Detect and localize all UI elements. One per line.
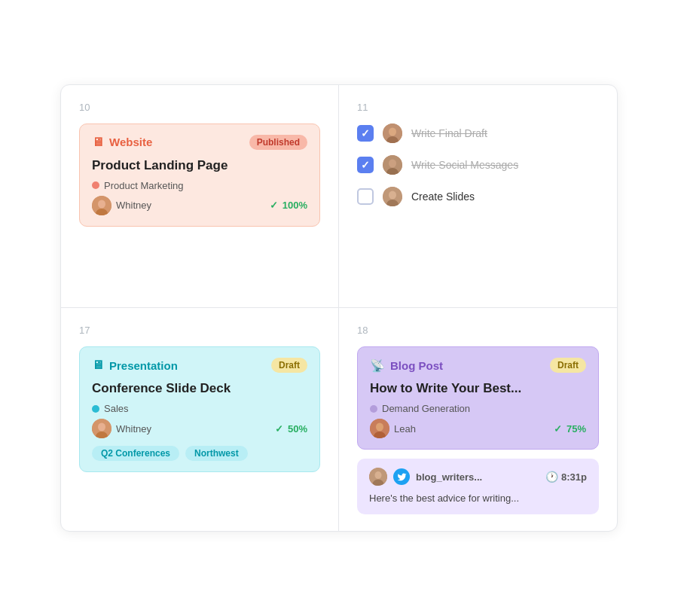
website-card[interactable]: 🖥 Website Published Product Landing Page… (79, 124, 320, 227)
presentation-card-title: Conference Slide Deck (92, 380, 307, 397)
leah-avatar (370, 419, 389, 438)
presentation-footer: Whitney ✓ 50% (92, 419, 307, 438)
blog-progress: ✓ 75% (554, 423, 586, 435)
twitter-bird-icon (393, 468, 410, 485)
website-progress: ✓ 100% (270, 200, 307, 211)
avatar-1 (383, 124, 402, 143)
whitney-avatar (92, 196, 111, 215)
twitter-handle: blog_writers... (416, 471, 482, 483)
checklist-label-3: Create Slides (411, 191, 475, 203)
cell-number-10: 10 (79, 102, 320, 113)
check-mark-2: ✓ (361, 159, 370, 171)
twitter-avatar (369, 468, 387, 486)
presentation-card[interactable]: 🖥 Presentation Draft Conference Slide De… (79, 346, 320, 472)
checklist: ✓ Write Final Draft ✓ Write Social Messa… (357, 124, 599, 206)
blog-footer: Leah ✓ 75% (370, 419, 586, 438)
checklist-item-3: Create Slides (357, 187, 599, 206)
published-badge: Published (249, 135, 307, 150)
cell-17: 17 🖥 Presentation Draft Conference Slide… (61, 308, 339, 531)
cell-number-17: 17 (79, 325, 320, 336)
main-grid: 10 🖥 Website Published Product Landing P… (60, 84, 618, 532)
card-header-blog: 📡 Blog Post Draft (370, 358, 586, 373)
check-mark-1: ✓ (361, 127, 370, 139)
twitter-text: Here's the best advice for writing... (369, 492, 587, 505)
presentation-tags: Q2 Conferences Northwest (92, 446, 307, 461)
checkbox-1[interactable]: ✓ (357, 125, 374, 142)
website-card-title: Product Landing Page (92, 157, 307, 174)
website-footer: Whitney ✓ 100% (92, 196, 307, 215)
twitter-time-row: 🕐 8:31p (545, 471, 587, 483)
blog-icon: 📡 (370, 358, 385, 373)
tag-q2[interactable]: Q2 Conferences (92, 446, 179, 461)
svg-point-13 (98, 423, 105, 432)
card-header-website: 🖥 Website Published (92, 135, 307, 150)
blog-category-row: Demand Generation (370, 403, 586, 414)
presentation-draft-badge: Draft (271, 358, 307, 373)
check-icon: ✓ (270, 200, 278, 211)
presentation-check-icon: ✓ (275, 423, 283, 435)
checkbox-3[interactable] (357, 188, 374, 205)
presentation-progress: ✓ 50% (275, 423, 307, 435)
avatar-2 (383, 155, 402, 175)
cell-10: 10 🖥 Website Published Product Landing P… (61, 85, 339, 308)
blog-card[interactable]: 📡 Blog Post Draft How to Write Your Best… (357, 346, 599, 450)
checklist-item-2: ✓ Write Social Messages (357, 155, 599, 175)
blog-card-title: How to Write Your Best... (370, 380, 586, 397)
presentation-assignee: Whitney (92, 419, 151, 438)
presentation-category-dot (92, 405, 99, 413)
card-type-presentation: 🖥 Presentation (92, 358, 178, 372)
svg-point-7 (389, 159, 396, 167)
blog-category-dot (370, 405, 377, 413)
presentation-icon: 🖥 (92, 358, 104, 372)
svg-point-16 (376, 423, 383, 432)
svg-point-10 (389, 191, 396, 199)
cell-11: 11 ✓ Write Final Draft ✓ Write Social Me… (339, 85, 617, 308)
blog-check-icon: ✓ (554, 423, 562, 435)
clock-icon: 🕐 (545, 471, 558, 483)
cell-number-18: 18 (357, 325, 599, 336)
svg-point-19 (375, 471, 382, 479)
presentation-whitney-avatar (92, 419, 111, 438)
twitter-card[interactable]: blog_writers... 🕐 8:31p Here's the best … (357, 459, 599, 514)
card-type-website: 🖥 Website (92, 136, 152, 149)
checklist-label-2: Write Social Messages (411, 159, 518, 171)
svg-point-4 (389, 127, 396, 136)
checklist-item-1: ✓ Write Final Draft (357, 124, 599, 143)
card-header-presentation: 🖥 Presentation Draft (92, 358, 307, 373)
checkbox-2[interactable]: ✓ (357, 157, 374, 173)
avatar-3 (383, 187, 402, 206)
website-icon: 🖥 (92, 136, 104, 149)
cell-18: 18 📡 Blog Post Draft How to Write Your B… (339, 308, 617, 531)
checklist-label-1: Write Final Draft (411, 127, 487, 139)
cell-number-11: 11 (357, 102, 599, 113)
card-type-blog: 📡 Blog Post (370, 358, 443, 373)
blog-assignee: Leah (370, 419, 416, 438)
website-category-row: Product Marketing (92, 180, 307, 191)
whitney-face (92, 196, 111, 215)
blog-draft-badge: Draft (550, 358, 586, 373)
presentation-category-row: Sales (92, 403, 307, 414)
tag-northwest[interactable]: Northwest (185, 446, 248, 461)
website-assignee: Whitney (92, 196, 151, 215)
svg-point-1 (98, 200, 105, 208)
category-dot (92, 181, 99, 189)
twitter-header: blog_writers... 🕐 8:31p (369, 468, 587, 486)
